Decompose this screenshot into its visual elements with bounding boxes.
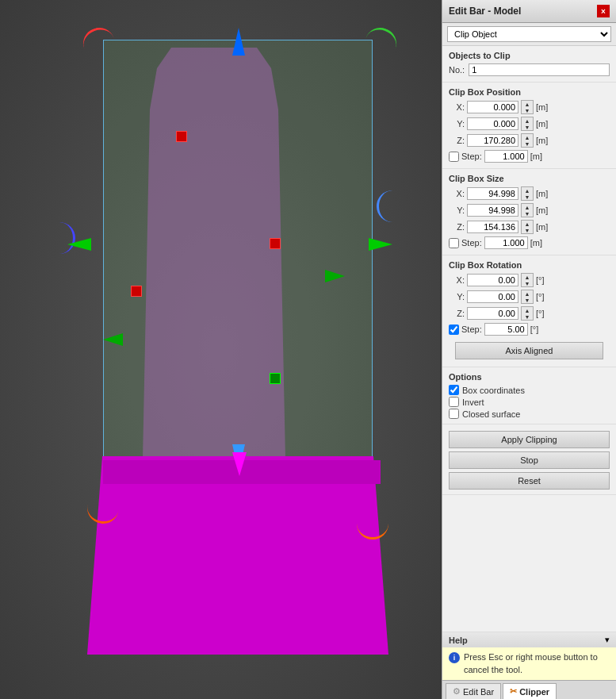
size-z-spinner: ▲ ▼ bbox=[521, 220, 534, 234]
help-collapse-icon: ▾ bbox=[605, 635, 610, 645]
rotation-step-row: Step: [°] bbox=[449, 323, 610, 336]
position-step-unit: [m] bbox=[530, 152, 542, 161]
rotation-handle-right[interactable] bbox=[377, 190, 408, 222]
closed-surface-checkbox[interactable] bbox=[449, 409, 459, 419]
position-x-input[interactable] bbox=[467, 101, 518, 113]
size-step-input[interactable] bbox=[484, 236, 528, 249]
rotation-y-spinner: ▲ ▼ bbox=[521, 290, 534, 304]
rotation-step-unit: [°] bbox=[530, 325, 539, 334]
rotation-z-up[interactable]: ▲ bbox=[522, 307, 533, 313]
position-x-up[interactable]: ▲ bbox=[522, 101, 533, 107]
rotation-x-label: X: bbox=[449, 275, 465, 285]
clip-box-rotation-title: Clip Box Rotation bbox=[449, 260, 610, 270]
rotation-z-row: Z: ▲ ▼ [°] bbox=[449, 306, 610, 321]
invert-label: Invert bbox=[462, 398, 484, 407]
size-y-down[interactable]: ▼ bbox=[522, 210, 533, 217]
rotation-z-down[interactable]: ▼ bbox=[522, 313, 533, 320]
position-z-up[interactable]: ▲ bbox=[522, 134, 533, 140]
size-step-label: Step: bbox=[461, 238, 482, 248]
position-step-checkbox[interactable] bbox=[449, 152, 459, 162]
size-x-spinner: ▲ ▼ bbox=[521, 186, 534, 201]
rotation-y-row: Y: ▲ ▼ [°] bbox=[449, 290, 610, 304]
rotation-y-input[interactable] bbox=[467, 290, 518, 303]
tab-clipper-label: Clipper bbox=[519, 687, 549, 697]
position-z-input[interactable] bbox=[467, 134, 518, 147]
tab-bar: ⚙ Edit Bar ✂ Clipper bbox=[442, 680, 616, 699]
stop-button[interactable]: Stop bbox=[449, 451, 610, 469]
panel: Edit Bar - Model × Clip Object Objects t… bbox=[442, 0, 616, 699]
position-x-unit: [m] bbox=[536, 102, 548, 112]
size-z-label: Z: bbox=[449, 222, 465, 232]
size-y-up[interactable]: ▲ bbox=[522, 204, 533, 210]
rotation-z-input[interactable] bbox=[467, 307, 518, 320]
statue-scene bbox=[40, 16, 412, 682]
size-z-input[interactable] bbox=[467, 221, 518, 233]
apply-clipping-button[interactable]: Apply Clipping bbox=[449, 431, 610, 448]
box-coordinates-checkbox[interactable] bbox=[449, 385, 459, 395]
statue-body bbox=[143, 48, 285, 460]
invert-checkbox[interactable] bbox=[449, 397, 459, 407]
rotation-y-down[interactable]: ▼ bbox=[522, 297, 533, 303]
size-z-row: Z: ▲ ▼ [m] bbox=[449, 220, 610, 234]
position-z-down[interactable]: ▼ bbox=[522, 140, 533, 147]
tab-edit-bar[interactable]: ⚙ Edit Bar bbox=[446, 683, 501, 699]
position-x-row: X: ▲ ▼ [m] bbox=[449, 100, 610, 114]
size-step-checkbox[interactable] bbox=[449, 238, 459, 248]
position-z-unit: [m] bbox=[536, 136, 548, 145]
rotation-step-checkbox[interactable] bbox=[449, 325, 459, 335]
size-y-spinner: ▲ ▼ bbox=[521, 203, 534, 217]
position-x-down[interactable]: ▼ bbox=[522, 107, 533, 113]
size-x-down[interactable]: ▼ bbox=[522, 194, 533, 200]
position-y-input[interactable] bbox=[467, 117, 518, 130]
rotation-x-unit: [°] bbox=[536, 275, 545, 285]
position-y-up[interactable]: ▲ bbox=[522, 117, 533, 124]
size-z-down[interactable]: ▼ bbox=[522, 227, 533, 233]
position-y-row: Y: ▲ ▼ [m] bbox=[449, 117, 610, 131]
size-y-input[interactable] bbox=[467, 204, 518, 217]
position-z-spinner: ▲ ▼ bbox=[521, 133, 534, 148]
rotation-step-input[interactable] bbox=[484, 323, 528, 336]
arrow-left[interactable] bbox=[67, 238, 91, 251]
rotation-x-input[interactable] bbox=[467, 274, 518, 286]
tab-edit-bar-label: Edit Bar bbox=[463, 687, 494, 697]
rotation-handle-bottom-right[interactable] bbox=[357, 508, 388, 540]
size-x-unit: [m] bbox=[536, 189, 548, 198]
size-z-up[interactable]: ▲ bbox=[522, 221, 533, 227]
rotation-x-up[interactable]: ▲ bbox=[522, 274, 533, 280]
size-step-row: Step: [m] bbox=[449, 236, 610, 249]
axis-aligned-button[interactable]: Axis Aligned bbox=[455, 342, 603, 359]
rotation-y-up[interactable]: ▲ bbox=[522, 290, 533, 297]
close-button[interactable]: × bbox=[597, 5, 610, 17]
clip-object-dropdown[interactable]: Clip Object bbox=[447, 26, 611, 42]
help-title: Help bbox=[449, 636, 468, 645]
position-x-label: X: bbox=[449, 102, 465, 112]
position-z-row: Z: ▲ ▼ [m] bbox=[449, 133, 610, 148]
position-step-input[interactable] bbox=[484, 150, 528, 163]
no-input[interactable] bbox=[469, 63, 610, 76]
handle-red-3[interactable] bbox=[131, 286, 142, 297]
position-y-spinner: ▲ ▼ bbox=[521, 117, 534, 131]
help-header[interactable]: Help ▾ bbox=[442, 632, 616, 647]
size-x-up[interactable]: ▲ bbox=[522, 187, 533, 194]
arrow-right[interactable] bbox=[369, 238, 392, 251]
box-coordinates-label: Box coordinates bbox=[462, 386, 525, 395]
no-label: No.: bbox=[449, 65, 465, 75]
size-x-row: X: ▲ ▼ [m] bbox=[449, 186, 610, 201]
size-x-input[interactable] bbox=[467, 187, 518, 200]
handle-red-2[interactable] bbox=[270, 238, 281, 249]
tab-clipper[interactable]: ✂ Clipper bbox=[503, 683, 557, 699]
reset-button[interactable]: Reset bbox=[449, 472, 610, 490]
handle-green-1[interactable] bbox=[270, 373, 281, 384]
arrow-up[interactable] bbox=[232, 28, 245, 56]
viewport[interactable] bbox=[0, 0, 440, 699]
rotation-z-spinner: ▲ ▼ bbox=[521, 306, 534, 321]
rotation-x-down[interactable]: ▼ bbox=[522, 280, 533, 286]
position-x-spinner: ▲ ▼ bbox=[521, 100, 534, 114]
size-z-unit: [m] bbox=[536, 222, 548, 232]
arrow-right2[interactable] bbox=[325, 270, 345, 282]
position-y-down[interactable]: ▼ bbox=[522, 124, 533, 130]
handle-red-1[interactable] bbox=[176, 131, 187, 142]
clip-box-position-section: Clip Box Position X: ▲ ▼ [m] Y: ▲ ▼ [m] bbox=[442, 83, 616, 169]
arrow-left2[interactable] bbox=[103, 333, 123, 346]
position-y-unit: [m] bbox=[536, 119, 548, 129]
